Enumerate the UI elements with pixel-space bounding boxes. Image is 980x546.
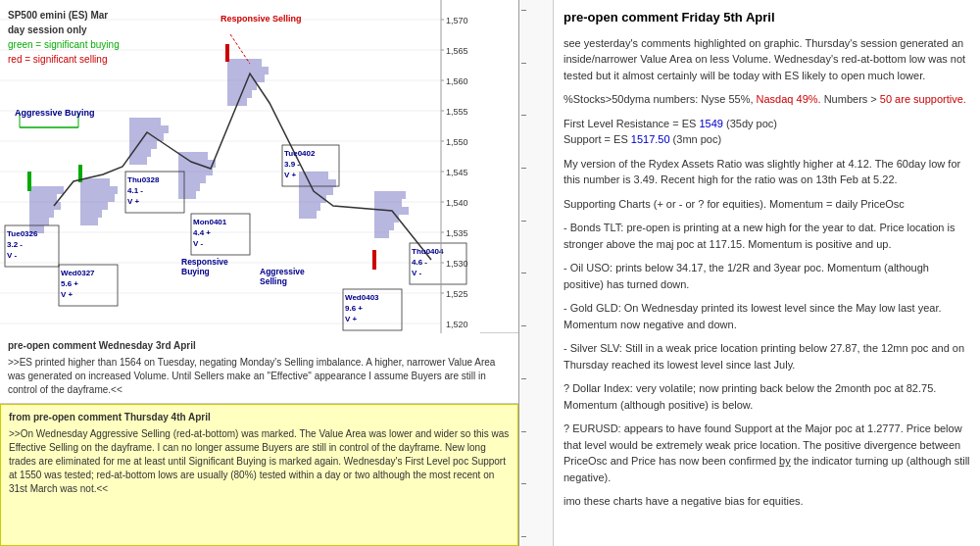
svg-text:Aggressive: Aggressive [260, 267, 305, 276]
svg-text:Tue0402: Tue0402 [284, 149, 316, 158]
svg-text:1,525: 1,525 [446, 289, 468, 299]
svg-rect-44 [80, 210, 102, 218]
price-1540: – [521, 321, 551, 330]
svg-text:4.1 -: 4.1 - [127, 186, 143, 195]
svg-text:Buying: Buying [181, 267, 210, 276]
price-1530: – [521, 426, 551, 436]
svg-rect-70 [299, 203, 320, 211]
para-2: %Stocks>50dyma numbers: Nyse 55%, Nasdaq… [564, 91, 970, 108]
svg-text:Thu0328: Thu0328 [127, 175, 160, 184]
svg-rect-42 [80, 194, 115, 202]
svg-text:Selling: Selling [260, 276, 287, 286]
svg-rect-56 [178, 175, 206, 183]
right-panel: – – – – – – – – – – – pre-open comment F… [519, 0, 980, 546]
para-12: imo these charts have a negative bias fo… [564, 493, 970, 510]
para-5: Supporting Charts (+ or - or ? for equit… [564, 196, 970, 213]
svg-text:V +: V + [345, 315, 358, 323]
price-1535: – [521, 373, 551, 383]
svg-rect-59 [227, 59, 262, 67]
svg-rect-37 [29, 218, 49, 225]
svg-text:V +: V + [127, 197, 140, 206]
svg-text:1,545: 1,545 [446, 168, 468, 177]
thursday-body: >>On Wednesday Aggressive Selling (red-a… [9, 427, 510, 496]
svg-text:9.6 +: 9.6 + [345, 304, 363, 313]
svg-text:V -: V - [412, 269, 422, 277]
svg-text:V +: V + [284, 171, 297, 179]
svg-text:1,570: 1,570 [446, 16, 468, 25]
numbers-supportive: 50 are supportive. [880, 93, 966, 105]
bottom-panels: pre-open comment Wednesday 3rd April >>E… [0, 333, 518, 546]
svg-rect-40 [80, 178, 110, 186]
svg-text:Responsive Selling: Responsive Selling [220, 14, 302, 24]
svg-rect-65 [225, 44, 229, 62]
comment-thursday: from pre-open comment Thursday 4th April… [0, 404, 518, 546]
svg-rect-33 [29, 186, 64, 194]
svg-text:Tue0326: Tue0326 [7, 229, 38, 238]
svg-text:V +: V + [61, 290, 74, 299]
svg-text:1,550: 1,550 [446, 137, 468, 147]
svg-rect-76 [374, 223, 394, 230]
legend-red: red = significant selling [8, 52, 120, 67]
thursday-title: from pre-open comment Thursday 4th April [9, 411, 510, 424]
svg-text:4.4 +: 4.4 + [193, 228, 211, 237]
svg-text:Responsive: Responsive [181, 257, 228, 267]
svg-text:4.6 -: 4.6 - [412, 258, 427, 267]
left-panel: SP500 emini (ES) Mar day session only gr… [0, 0, 519, 546]
price-1545: – [521, 268, 551, 277]
para-7: - Oil USO: prints below 34.17, the 1/2R … [564, 260, 970, 292]
comment-wednesday: pre-open comment Wednesday 3rd April >>E… [0, 333, 518, 404]
right-commentary: pre-open comment Friday 5th April see ye… [554, 0, 980, 546]
svg-rect-50 [129, 141, 157, 149]
svg-text:3.2 -: 3.2 - [7, 240, 23, 249]
para-3: First Level Resistance = ES 1549 (35dy p… [564, 116, 970, 148]
svg-text:1,535: 1,535 [446, 228, 468, 238]
right-price-axis: – – – – – – – – – – – [519, 0, 554, 546]
svg-text:Wed0327: Wed0327 [61, 269, 95, 277]
svg-rect-52 [129, 157, 147, 165]
svg-rect-71 [299, 211, 317, 219]
svg-text:Mon0401: Mon0401 [193, 218, 227, 226]
para-11: ? EURUSD: appears to have found Support … [564, 421, 970, 485]
para-10: ? Dollar Index: very volatile; now print… [564, 380, 970, 413]
svg-rect-36 [29, 210, 54, 218]
price-1525: – [521, 478, 551, 488]
svg-text:Aggressive Buying: Aggressive Buying [15, 108, 95, 118]
price-1520: – [521, 531, 551, 541]
support-level: 1517.50 [631, 133, 670, 145]
wednesday-body: >>ES printed higher than 1564 on Tuesday… [8, 356, 511, 397]
svg-rect-47 [129, 118, 161, 125]
svg-rect-72 [374, 191, 406, 199]
svg-rect-41 [80, 186, 118, 194]
svg-text:Wed0403: Wed0403 [345, 293, 379, 302]
svg-rect-62 [227, 82, 257, 90]
svg-text:1,540: 1,540 [446, 198, 468, 208]
svg-rect-45 [80, 218, 98, 225]
legend-green: green = significant buying [8, 37, 120, 52]
svg-rect-60 [227, 67, 269, 74]
chart-area: SP500 emini (ES) Mar day session only gr… [0, 0, 519, 333]
legend-subtitle: day session only [8, 23, 120, 37]
svg-text:V -: V - [193, 239, 204, 248]
wednesday-title: pre-open comment Wednesday 3rd April [8, 339, 511, 353]
svg-text:5.6 +: 5.6 + [61, 279, 78, 288]
price-1560: – [521, 110, 551, 120]
price-1550: – [521, 216, 551, 225]
svg-rect-48 [129, 125, 169, 133]
svg-rect-66 [299, 172, 328, 179]
svg-rect-77 [374, 230, 389, 238]
price-1565: – [521, 58, 551, 68]
svg-text:V -: V - [7, 251, 18, 260]
svg-text:1,520: 1,520 [446, 320, 468, 329]
svg-text:1,530: 1,530 [446, 259, 468, 269]
para-1: see yesterday's comments highlighted on … [564, 35, 970, 84]
chart-legend: SP500 emini (ES) Mar day session only gr… [8, 8, 120, 67]
para-4: My version of the Rydex Assets Ratio was… [564, 156, 970, 188]
svg-text:3.9 -: 3.9 - [284, 160, 300, 169]
by-text: by [779, 455, 791, 467]
para-8: - Gold GLD: On Wednesday printed its low… [564, 300, 970, 332]
price-1570: – [521, 5, 551, 15]
svg-rect-78 [372, 250, 376, 270]
svg-rect-34 [29, 194, 57, 202]
commentary-title: pre-open comment Friday 5th April [564, 8, 970, 27]
para-9: - Silver SLV: Still in a weak price loca… [564, 340, 970, 372]
